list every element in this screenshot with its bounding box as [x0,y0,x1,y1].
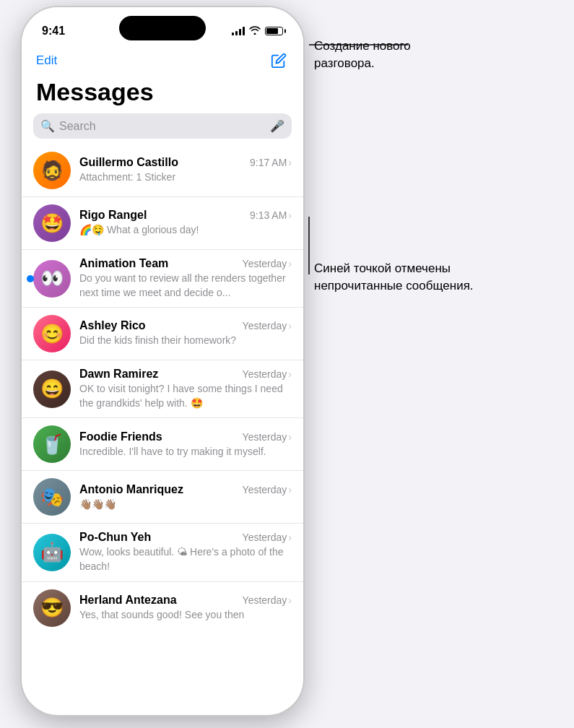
message-content-animation-team: Animation Team Yesterday › Do you want t… [79,257,292,300]
search-bar[interactable]: 🔍 Search 🎤 [33,113,292,139]
message-content-po-chun-yeh: Po-Chun Yeh Yesterday › Wow, looks beaut… [79,531,292,573]
message-content-herland-antezana: Herland Antezana Yesterday › Yes, that s… [79,594,292,623]
message-time: 9:17 AM › [250,157,292,168]
avatar-herland-antezana: 😎 [33,589,71,627]
message-time: Yesterday › [243,431,292,443]
annotation-area: Создание нового разговора. Синей точкой … [314,0,567,728]
conversation-item-po-chun-yeh[interactable]: 🤖 Po-Chun Yeh Yesterday › Wow, looks bea… [22,524,303,581]
conversation-item-dawn-ramirez[interactable]: 😄 Dawn Ramirez Yesterday › OK to visit t… [22,360,303,418]
message-header: Guillermo Castillo 9:17 AM › [79,156,292,169]
edit-button[interactable]: Edit [36,53,57,68]
avatar-ashley-rico: 😊 [33,315,71,352]
message-content-guillermo-castillo: Guillermo Castillo 9:17 AM › Attachment:… [79,156,292,185]
microphone-icon[interactable]: 🎤 [270,119,284,133]
conversation-item-herland-antezana[interactable]: 😎 Herland Antezana Yesterday › Yes, that… [22,582,303,634]
message-time: Yesterday › [243,532,292,543]
sender-name: Ashley Rico [79,319,146,332]
message-time: 9:13 AM › [250,209,292,221]
compose-annotation-text: Создание нового разговора. [314,38,458,72]
message-header: Ashley Rico Yesterday › [79,319,292,332]
sender-name: Rigo Rangel [79,209,147,222]
chevron-right-icon: › [288,431,292,443]
sender-name: Po-Chun Yeh [79,531,151,544]
message-preview: Yes, that sounds good! See you then [79,608,292,623]
sender-name: Guillermo Castillo [79,156,178,169]
conversation-item-foodie-friends[interactable]: 🥤 Foodie Friends Yesterday › Incredible.… [22,418,303,471]
message-preview: 👋🏽👋🏽👋🏽 [79,498,292,512]
message-preview: Do you want to review all the renders to… [79,272,292,300]
message-content-antonio-manriquez: Antonio Manriquez Yesterday › 👋🏽👋🏽👋🏽 [79,483,292,512]
message-list: 🧔 Guillermo Castillo 9:17 AM › Attachmen… [22,144,303,634]
message-preview: Attachment: 1 Sticker [79,170,292,185]
conversation-item-guillermo-castillo[interactable]: 🧔 Guillermo Castillo 9:17 AM › Attachmen… [22,144,303,197]
message-preview: Incredible. I'll have to try making it m… [79,445,292,459]
chevron-right-icon: › [288,258,292,269]
chevron-right-icon: › [288,594,292,606]
message-time: Yesterday › [243,258,292,269]
chevron-right-icon: › [288,484,292,495]
message-time: Yesterday › [243,484,292,495]
status-time: 9:41 [42,25,65,38]
avatar-guillermo-castillo: 🧔 [33,152,71,189]
message-header: Animation Team Yesterday › [79,257,292,270]
message-header: Dawn Ramirez Yesterday › [79,368,292,381]
chevron-right-icon: › [288,209,292,221]
avatar-foodie-friends: 🥤 [33,425,71,463]
unread-annotation-text: Синей точкой отмечены непрочитанные сооб… [314,260,480,295]
sender-name: Foodie Friends [79,430,162,443]
unread-dot [27,275,34,282]
message-header: Foodie Friends Yesterday › [79,430,292,443]
status-icons [232,25,283,37]
nav-bar: Edit [22,45,303,75]
sender-name: Animation Team [79,257,168,270]
conversation-item-antonio-manriquez[interactable]: 🎭 Antonio Manriquez Yesterday › 👋🏽👋🏽👋🏽 [22,471,303,524]
wifi-icon [249,25,261,37]
message-preview: Wow, looks beautiful. 🌤 Here's a photo o… [79,545,292,573]
dynamic-island [119,16,206,40]
avatar-antonio-manriquez: 🎭 [33,478,71,516]
message-time: Yesterday › [243,368,292,380]
conversation-item-animation-team[interactable]: 👀 Animation Team Yesterday › Do you want… [22,250,303,308]
page-title: Messages [22,75,303,113]
avatar-rigo-rangel: 🤩 [33,204,71,242]
search-icon: 🔍 [40,119,55,133]
avatar-dawn-ramirez: 😄 [33,370,71,408]
chevron-right-icon: › [288,157,292,168]
message-content-dawn-ramirez: Dawn Ramirez Yesterday › OK to visit ton… [79,368,292,410]
conversation-item-ashley-rico[interactable]: 😊 Ashley Rico Yesterday › Did the kids f… [22,308,303,360]
message-header: Antonio Manriquez Yesterday › [79,483,292,496]
message-header: Po-Chun Yeh Yesterday › [79,531,292,544]
avatar-po-chun-yeh: 🤖 [33,534,71,571]
message-content-foodie-friends: Foodie Friends Yesterday › Incredible. I… [79,430,292,459]
message-time: Yesterday › [243,320,292,332]
search-input[interactable]: Search [59,120,266,133]
message-header: Herland Antezana Yesterday › [79,594,292,607]
message-content-rigo-rangel: Rigo Rangel 9:13 AM › 🌈🤤 What a glorious… [79,209,292,238]
message-preview: OK to visit tonight? I have some things … [79,382,292,410]
signal-bars-icon [232,27,245,35]
chevron-right-icon: › [288,532,292,543]
message-content-ashley-rico: Ashley Rico Yesterday › Did the kids fin… [79,319,292,348]
sender-name: Dawn Ramirez [79,368,158,381]
sender-name: Herland Antezana [79,594,177,607]
sender-name: Antonio Manriquez [79,483,183,496]
conversation-item-rigo-rangel[interactable]: 🤩 Rigo Rangel 9:13 AM › 🌈🤤 What a glorio… [22,197,303,250]
chevron-right-icon: › [288,368,292,380]
phone-frame: 9:41 Edit [22,7,303,715]
message-preview: Did the kids finish their homework? [79,334,292,348]
chevron-right-icon: › [288,320,292,332]
compose-button[interactable] [269,51,289,71]
message-preview: 🌈🤤 What a glorious day! [79,223,292,238]
avatar-animation-team: 👀 [33,260,71,298]
message-header: Rigo Rangel 9:13 AM › [79,209,292,222]
message-time: Yesterday › [243,594,292,606]
battery-icon [265,27,283,35]
